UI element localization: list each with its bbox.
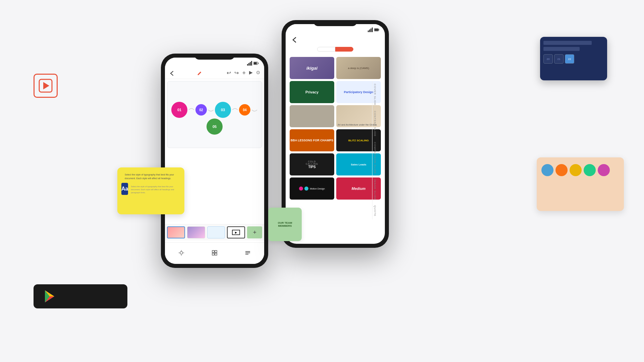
step-02: 02 <box>195 104 207 116</box>
logo-icon-box <box>34 74 58 98</box>
fish-circle-4 <box>584 164 596 176</box>
step-03: 03 <box>215 102 231 118</box>
side-label-image: IMAGE SLIDE <box>372 176 377 203</box>
phone2-side-labels: COVER SLIDE CONTENT SLIDE COMPARISON SLI… <box>372 81 377 219</box>
tab-layout[interactable] <box>317 47 335 52</box>
connector-svg2 <box>208 106 214 113</box>
svg-rect-15 <box>245 252 250 253</box>
nav-format[interactable] <box>211 249 218 257</box>
phone2-battery-icon <box>374 28 379 31</box>
deco-card-navy: 20 21 22 <box>540 37 607 80</box>
phone1-toolbar-actions: ↩ ↪ + ▶ ⊙ <box>227 70 260 77</box>
tab-gallery[interactable] <box>335 47 353 52</box>
phone1-thumbnails: ▶ + <box>165 224 264 240</box>
play-icon <box>39 79 53 93</box>
play-presentation-icon[interactable]: ▶ <box>249 70 253 77</box>
side-label-comparison: COMPARISON SLIDE <box>372 139 377 176</box>
phone1-device: ↩ ↪ + ▶ ⊙ 01 02 03 04 05 <box>161 54 268 268</box>
phone1-topbar: ↩ ↪ + ▶ ⊙ <box>165 68 264 79</box>
back-arrow-icon[interactable] <box>169 70 175 76</box>
nav-review[interactable] <box>244 249 251 257</box>
battery-icon <box>253 62 259 65</box>
slide-thumb-book[interactable]: a deep is (CAMS) <box>336 57 381 79</box>
thumb-4[interactable]: ▶ <box>227 226 245 238</box>
fish-circle-5 <box>598 164 610 176</box>
slide-thumb-privacy[interactable]: Privacy <box>290 81 334 103</box>
svg-point-9 <box>180 251 183 254</box>
svg-rect-13 <box>215 253 217 255</box>
fish-circle-1 <box>541 164 553 176</box>
svg-marker-1 <box>43 82 49 89</box>
phone2-header <box>286 33 385 47</box>
animate-nav-icon <box>178 249 185 256</box>
wifi-icon <box>247 61 252 66</box>
side-label-cover: COVER SLIDE <box>372 81 377 108</box>
slide-thumb-ikigai[interactable]: ikigai <box>290 57 334 79</box>
connector-svg3 <box>232 106 238 113</box>
deco-card-green: OUR TEAM MEMBERS <box>268 208 302 241</box>
left-content <box>34 74 64 115</box>
phone1-slide-area: 01 02 03 04 05 <box>167 81 262 148</box>
thumb-1[interactable] <box>167 226 185 238</box>
slide-thumb-bba-lessons[interactable]: BBA LESSONS FOR CHAMPS <box>290 129 334 151</box>
fish-circle-3 <box>570 164 582 176</box>
redo-icon[interactable]: ↪ <box>234 70 239 77</box>
phone2-slide-grid: ikigai a deep is (CAMS) Privacy Particip… <box>286 57 385 200</box>
google-play-icon <box>42 289 57 304</box>
deco-card-typography: Select the style of typography that best… <box>117 167 184 214</box>
review-nav-icon <box>244 249 251 256</box>
undo-icon[interactable]: ↩ <box>227 70 231 77</box>
svg-rect-8 <box>258 63 258 64</box>
svg-rect-19 <box>378 29 379 30</box>
format-nav-icon <box>211 249 218 256</box>
side-label-quote: QUOTE <box>372 203 377 219</box>
infographic: 01 02 03 04 05 <box>171 102 258 135</box>
slide-thumb-motion-design[interactable]: Motion Design <box>290 177 334 200</box>
thumb-3[interactable] <box>207 226 225 238</box>
google-play-button[interactable] <box>34 284 127 308</box>
phone2-tabs <box>291 47 379 52</box>
connector-svg4 <box>251 106 258 113</box>
fish-circle-2 <box>555 164 568 176</box>
step-04: 04 <box>239 104 250 116</box>
phone2-wifi-icon <box>368 27 373 32</box>
typo-body-text: Select the style of typography that best… <box>131 185 180 194</box>
phone2-back-icon[interactable] <box>291 36 298 44</box>
slide-thumb-dark[interactable] <box>290 105 334 127</box>
svg-rect-10 <box>212 250 214 252</box>
share-icon[interactable]: ⊙ <box>256 70 260 77</box>
phone2-notch <box>313 20 357 26</box>
svg-rect-11 <box>215 250 217 252</box>
side-label-content: CONTENT SLIDE <box>372 108 377 139</box>
phone1-screen: ↩ ↪ + ▶ ⊙ 01 02 03 04 05 <box>165 58 264 264</box>
svg-rect-18 <box>374 29 378 31</box>
slide-thumb-cold-tips[interactable]: COLD CALLING TIPS <box>290 153 334 175</box>
svg-rect-14 <box>245 251 250 252</box>
phone1-bottomnav <box>165 242 264 264</box>
phone1-notch <box>194 54 235 60</box>
deco-card-peach <box>537 157 624 211</box>
nav-animate[interactable] <box>178 249 185 257</box>
fish-circles <box>541 164 619 176</box>
svg-rect-16 <box>245 254 248 255</box>
thumb-2[interactable] <box>187 226 205 238</box>
edit-icon <box>197 71 202 76</box>
svg-rect-7 <box>254 62 257 64</box>
logo-area <box>34 74 64 98</box>
svg-rect-12 <box>212 253 214 255</box>
thumb-add-button[interactable]: + <box>247 226 262 238</box>
phone1-doc-info <box>197 71 204 76</box>
step-01: 01 <box>171 102 187 118</box>
typo-aa-dark: Aa <box>121 186 128 192</box>
step-05: 05 <box>207 119 223 135</box>
connector-svg <box>188 106 195 113</box>
add-icon[interactable]: + <box>242 70 246 77</box>
